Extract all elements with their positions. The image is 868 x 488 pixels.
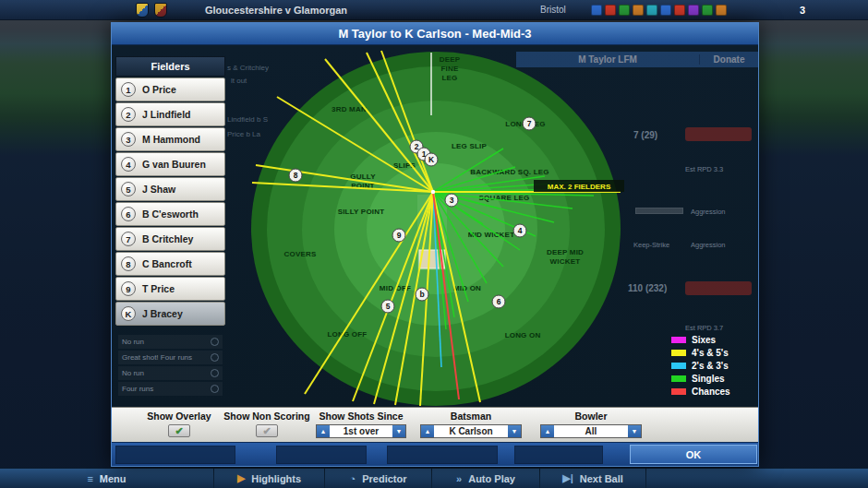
form-square-icon xyxy=(702,5,713,16)
form-square-icon xyxy=(674,5,685,16)
fielder-number-badge: 2 xyxy=(121,107,136,122)
highlights-icon: ▶ xyxy=(237,472,245,484)
bowler-group: Bowler ▲ All ▼ xyxy=(540,411,642,438)
nav-item-label: Next Ball xyxy=(580,473,623,484)
batsman-dropdown[interactable]: ▲ K Carlson ▼ xyxy=(420,424,522,438)
bowler-dropdown[interactable]: ▲ All ▼ xyxy=(540,424,642,438)
shots-since-group: Show Shots Since ▲ 1st over ▼ xyxy=(316,411,406,438)
fielders-list: 1O Price2J Lindfield3M Hammond4G van Buu… xyxy=(115,77,225,326)
fielder-number-badge: 1 xyxy=(121,82,136,97)
form-square-icon xyxy=(619,5,630,16)
legend-swatch xyxy=(671,375,686,382)
shots-since-up-arrow-icon[interactable]: ▲ xyxy=(317,425,330,437)
legend-label: Chances xyxy=(692,387,730,397)
dimmed-commentary-text: No run xyxy=(122,369,144,377)
shots-since-dropdown[interactable]: ▲ 1st over ▼ xyxy=(316,424,406,438)
dimmed-aggression-bar-1 xyxy=(635,208,683,214)
nav-item-menu[interactable]: ≡Menu xyxy=(0,469,214,488)
legend-row: 4's & 5's xyxy=(671,346,758,359)
shots-since-down-arrow-icon[interactable]: ▼ xyxy=(392,425,405,437)
field-position-label: MID WICKET xyxy=(468,231,514,239)
fielder-name: M Hammond xyxy=(142,134,200,145)
fielder-name: B C'esworth xyxy=(142,208,199,220)
legend-swatch xyxy=(671,363,686,369)
show-non-scoring-checkbox[interactable]: ✔ xyxy=(256,424,278,437)
dimmed-button xyxy=(276,446,367,464)
fielder-row[interactable]: 6B C'esworth xyxy=(115,202,225,226)
fielder-marker-label: 4 xyxy=(518,226,523,235)
ball-icon xyxy=(211,338,219,346)
fielder-number-badge: 6 xyxy=(121,207,136,221)
fielder-marker-label: 9 xyxy=(397,231,402,240)
show-overlay-checkbox[interactable]: ✔ xyxy=(168,424,190,437)
app-stage: Gloucestershire v Glamorgan Bristol 3 M … xyxy=(0,0,868,488)
field-position-label: COVERS xyxy=(284,250,317,258)
fielder-marker-label: 8 xyxy=(294,171,298,180)
wagon-wheel-dialog: M Taylor to K Carlson - Med-Mid-3 M Tayl… xyxy=(111,22,759,467)
away-team-crest-icon xyxy=(154,3,167,18)
form-square-icon xyxy=(660,5,671,16)
dimmed-commentary-text: Four runs xyxy=(122,385,153,393)
fielder-row[interactable]: 7B Critchley xyxy=(115,227,225,251)
batsman-down-arrow-icon[interactable]: ▼ xyxy=(508,425,521,437)
nav-item-next-ball[interactable]: ▶|Next Ball xyxy=(540,469,646,488)
show-non-scoring-group: Show Non Scoring ✔ xyxy=(211,411,322,437)
session-form-squares xyxy=(591,5,727,16)
form-square-icon xyxy=(646,5,657,16)
batsman-up-arrow-icon[interactable]: ▲ xyxy=(421,425,434,437)
legend-label: 2's & 3's xyxy=(692,361,729,371)
legend-swatch xyxy=(671,337,686,343)
legend-swatch xyxy=(671,350,686,356)
nav-item-label: Highlights xyxy=(251,473,301,484)
form-square-icon xyxy=(716,5,727,16)
shot-origin xyxy=(431,190,435,194)
fielder-number-badge: 5 xyxy=(121,182,136,196)
fielder-row[interactable]: 3M Hammond xyxy=(115,127,225,151)
shot-legend: Sixes4's & 5's2's & 3'sSinglesChances xyxy=(671,333,758,398)
legend-label: Singles xyxy=(692,374,725,384)
fielder-marker-label: K xyxy=(428,155,435,164)
field-position-label: MID ON xyxy=(453,284,481,292)
fielders-panel: Fielders 1O Price2J Lindfield3M Hammond4… xyxy=(115,56,225,326)
fielder-number-badge: K xyxy=(121,306,136,321)
fielder-row[interactable]: 5J Shaw xyxy=(115,177,225,201)
fielder-marker-label: b xyxy=(419,290,424,299)
bowler-label: Bowler xyxy=(540,411,642,422)
fielder-number-badge: 4 xyxy=(121,157,136,172)
fielder-name: B Critchley xyxy=(142,233,193,244)
ball-icon xyxy=(211,353,219,362)
nav-item-predictor[interactable]: ◔Predictor xyxy=(325,469,432,488)
field-position-label: 3RD MAN xyxy=(332,105,367,113)
fielders-panel-title: Fielders xyxy=(115,56,225,77)
fielder-row[interactable]: 1O Price xyxy=(115,77,225,101)
ok-button[interactable]: OK xyxy=(630,445,757,464)
field-svg: DEEPFINELEG3RD MANLONG LEGLEG SLIPSLIPSB… xyxy=(226,45,642,407)
nav-bar-spacer xyxy=(646,469,868,488)
form-square-icon xyxy=(633,5,644,16)
legend-swatch xyxy=(671,388,686,395)
dimmed-commentary-row: No run xyxy=(118,335,223,349)
show-non-scoring-label: Show Non Scoring xyxy=(211,411,322,422)
fielder-row[interactable]: KJ Bracey xyxy=(115,302,225,326)
dimmed-aggression-label-1: Aggression xyxy=(691,208,726,216)
legend-row: Singles xyxy=(671,372,758,385)
fielder-row[interactable]: 9T Price xyxy=(115,277,225,301)
batsman-label: Batsman xyxy=(420,411,522,422)
legend-row: 2's & 3's xyxy=(671,359,758,372)
nav-item-highlights[interactable]: ▶Highlights xyxy=(214,469,325,488)
nav-item-auto-play[interactable]: »Auto Play xyxy=(432,469,540,488)
bowler-up-arrow-icon[interactable]: ▲ xyxy=(541,425,554,437)
fielder-row[interactable]: 8C Bancroft xyxy=(115,252,225,276)
nav-item-label: Menu xyxy=(100,473,127,484)
bowler-down-arrow-icon[interactable]: ▼ xyxy=(628,425,641,437)
legend-row: Chances xyxy=(671,385,758,398)
dialog-body: M Taylor LFM Donate 7 (29) Est RPD 3.3 A… xyxy=(112,45,758,407)
autoplay-icon: » xyxy=(456,473,462,484)
fielder-row[interactable]: 4G van Buuren xyxy=(115,152,225,176)
legend-row: Sixes xyxy=(671,333,758,346)
fielder-row[interactable]: 2J Lindfield xyxy=(115,102,225,126)
match-title: Gloucestershire v Glamorgan xyxy=(205,0,347,20)
nav-item-label: Auto Play xyxy=(468,473,515,484)
predictor-icon: ◔ xyxy=(350,473,356,484)
dimmed-aggression-label-2: Aggression xyxy=(691,241,726,249)
